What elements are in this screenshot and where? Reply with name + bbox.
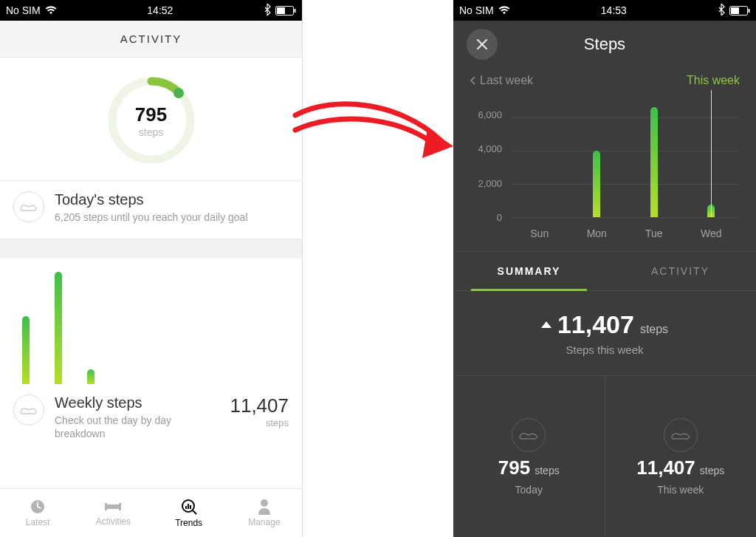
weekly-value: 11,407: [230, 394, 289, 417]
section-divider: [0, 239, 302, 259]
x-tick: Sun: [511, 228, 568, 239]
shoe-icon: [13, 394, 44, 425]
tab-bar: Latest Activities Trends Manage: [0, 488, 302, 537]
wifi-icon: [45, 6, 57, 15]
arrow-icon: [289, 87, 459, 176]
today-value: 795: [498, 456, 530, 479]
current-week-label: This week: [687, 74, 740, 87]
page-title: Steps: [498, 35, 743, 54]
wifi-icon: [498, 6, 510, 15]
tab-activity[interactable]: ACTIVITY: [605, 252, 756, 290]
svg-rect-12: [188, 504, 189, 509]
svg-rect-1: [277, 7, 285, 14]
shoe-icon: [13, 191, 44, 222]
steps-header: Steps: [453, 21, 756, 68]
status-bar: No SIM 14:53: [453, 0, 756, 21]
svg-rect-7: [105, 503, 107, 510]
close-icon: [475, 38, 489, 51]
summary-panel: 11,407 steps Steps this week: [453, 291, 756, 376]
week-value: 11,407: [636, 456, 695, 479]
shoe-icon: [664, 418, 698, 452]
weekly-mini-chart: [0, 259, 302, 384]
y-tick: 0: [497, 212, 502, 223]
summary-footer: 795 steps Today 11,407 steps This week: [453, 376, 756, 537]
clock-label: 14:53: [601, 4, 627, 16]
prev-week-button[interactable]: Last week: [470, 74, 533, 87]
close-button[interactable]: [467, 29, 498, 60]
page-title: ACTIVITY: [120, 33, 182, 45]
x-tick: Mon: [568, 228, 626, 239]
svg-point-14: [261, 499, 268, 507]
bluetooth-icon: [264, 4, 271, 18]
battery-icon: [729, 6, 750, 16]
summary-unit: steps: [640, 323, 668, 336]
x-tick: Wed: [683, 228, 740, 239]
today-label: Today: [515, 484, 543, 496]
svg-line-10: [193, 510, 196, 514]
tab-latest[interactable]: Latest: [0, 489, 75, 537]
ring-unit: steps: [139, 126, 163, 138]
svg-rect-13: [190, 505, 191, 509]
svg-rect-2: [294, 9, 295, 13]
status-bar: No SIM 14:52: [0, 0, 302, 21]
summary-subtitle: Steps this week: [566, 343, 643, 356]
week-unit: steps: [700, 465, 724, 476]
week-stat[interactable]: 11,407 steps This week: [605, 376, 757, 537]
today-unit: steps: [535, 465, 559, 476]
carrier-label: No SIM: [6, 4, 41, 16]
summary-value: 11,407: [557, 310, 634, 339]
weekly-steps-subtitle: Check out the day by day breakdown: [55, 414, 219, 440]
shoe-icon: [512, 418, 546, 452]
y-tick: 4,000: [478, 143, 502, 154]
clock-label: 14:52: [147, 4, 173, 16]
todays-steps-title: Today's steps: [55, 191, 248, 208]
weekly-steps-title: Weekly steps: [55, 394, 219, 411]
clock-icon: [30, 499, 46, 515]
week-label: This week: [657, 484, 704, 496]
annotation-gap: [303, 0, 453, 537]
tab-trends[interactable]: Trends: [151, 489, 227, 537]
trend-up-icon: [541, 321, 551, 328]
tab-summary[interactable]: SUMMARY: [453, 252, 605, 290]
today-stat[interactable]: 795 steps Today: [453, 376, 605, 537]
activities-icon: [104, 499, 122, 514]
tab-activities[interactable]: Activities: [75, 489, 151, 537]
battery-icon: [275, 6, 296, 16]
weekly-steps-card[interactable]: Weekly steps Check out the day by day br…: [0, 259, 302, 488]
week-nav: Last week This week: [453, 68, 756, 87]
y-tick: 2,000: [478, 177, 502, 188]
todays-steps-subtitle: 6,205 steps until you reach your daily g…: [55, 211, 248, 224]
activity-header: ACTIVITY: [0, 21, 302, 58]
svg-rect-17: [748, 9, 749, 13]
svg-rect-16: [731, 7, 739, 14]
carrier-label: No SIM: [459, 4, 494, 16]
steps-bar-chart: 6,000 4,000 2,000 0 Sun Mon Tue: [453, 92, 756, 248]
phone-activity-screen: No SIM 14:52 ACTIVITY: [0, 0, 303, 537]
chevron-left-icon: [470, 76, 475, 85]
phone-steps-screen: No SIM 14:53 Steps: [453, 0, 756, 537]
weekly-unit: steps: [230, 417, 289, 428]
today-ring-card[interactable]: 795 steps: [0, 58, 302, 181]
tab-manage[interactable]: Manage: [227, 489, 302, 537]
y-tick: 6,000: [478, 109, 502, 120]
svg-rect-11: [185, 506, 187, 509]
current-day-marker: [711, 90, 712, 217]
todays-steps-row[interactable]: Today's steps 6,205 steps until you reac…: [0, 181, 302, 239]
svg-rect-8: [119, 503, 121, 510]
summary-tabs: SUMMARY ACTIVITY: [453, 251, 756, 291]
bluetooth-icon: [718, 4, 725, 18]
trends-icon: [180, 498, 198, 516]
svg-rect-6: [107, 504, 119, 509]
person-icon: [257, 499, 272, 515]
x-tick: Tue: [625, 228, 683, 239]
ring-value: 795: [135, 103, 167, 126]
